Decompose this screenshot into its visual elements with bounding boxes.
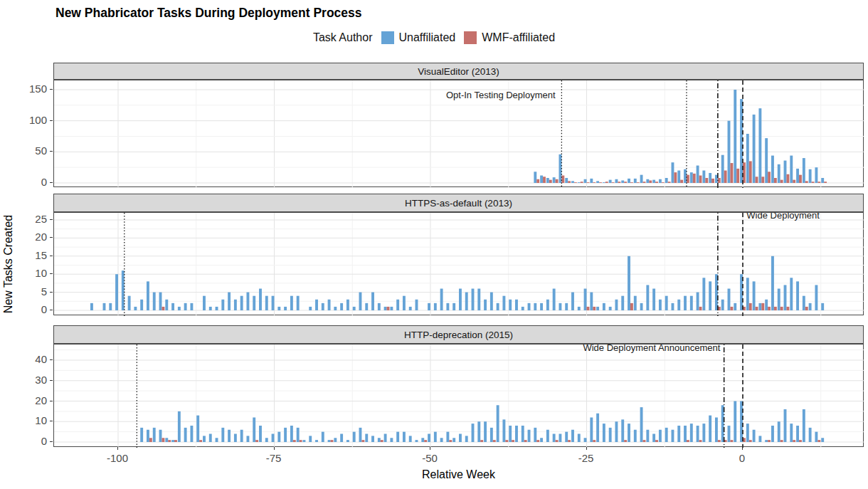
bar-wmf-affiliated bbox=[817, 182, 820, 183]
bar-unaffiliated bbox=[590, 418, 593, 443]
y-tick-label: 50 bbox=[17, 144, 47, 157]
bar-unaffiliated bbox=[758, 436, 761, 442]
facet-strip-label: VisualEditor (2013) bbox=[418, 66, 499, 77]
bar-unaffiliated bbox=[315, 300, 318, 310]
bar-unaffiliated bbox=[640, 175, 643, 183]
bar-unaffiliated bbox=[171, 303, 174, 310]
bar-unaffiliated bbox=[778, 421, 780, 442]
bar-unaffiliated bbox=[340, 434, 343, 443]
x-tick-mark bbox=[117, 447, 118, 450]
bar-unaffiliated bbox=[790, 278, 793, 310]
bar-unaffiliated bbox=[128, 296, 131, 310]
y-tick-label: 15 bbox=[17, 249, 47, 261]
bar-unaffiliated bbox=[309, 436, 312, 442]
y-tick-label: 100 bbox=[17, 114, 47, 126]
bar-unaffiliated bbox=[534, 172, 536, 183]
bar-unaffiliated bbox=[472, 424, 475, 442]
bar-unaffiliated bbox=[546, 300, 549, 310]
facet-strip-visualeditor: VisualEditor (2013) bbox=[53, 63, 864, 80]
bar-wmf-affiliated bbox=[687, 440, 689, 442]
bar-unaffiliated bbox=[384, 434, 387, 443]
bar-unaffiliated bbox=[328, 300, 331, 310]
bar-wmf-affiliated bbox=[805, 307, 808, 310]
bar-unaffiliated bbox=[253, 418, 255, 443]
bar-unaffiliated bbox=[765, 300, 768, 310]
bar-wmf-affiliated bbox=[812, 182, 815, 183]
bar-wmf-affiliated bbox=[674, 172, 677, 183]
x-tick-label: -50 bbox=[412, 452, 448, 464]
bar-unaffiliated bbox=[621, 419, 624, 442]
bar-unaffiliated bbox=[659, 300, 662, 310]
bar-unaffiliated bbox=[378, 438, 381, 442]
bar-unaffiliated bbox=[565, 303, 568, 310]
bar-unaffiliated bbox=[452, 438, 455, 442]
bar-unaffiliated bbox=[416, 440, 418, 442]
bar-unaffiliated bbox=[216, 307, 218, 310]
bar-unaffiliated bbox=[640, 303, 643, 310]
bar-unaffiliated bbox=[265, 296, 268, 310]
y-tick-label: 10 bbox=[17, 414, 47, 426]
bar-unaffiliated bbox=[290, 426, 293, 442]
bar-wmf-affiliated bbox=[361, 440, 364, 442]
bar-wmf-affiliated bbox=[331, 440, 334, 442]
bar-wmf-affiliated bbox=[730, 163, 733, 183]
bar-unaffiliated bbox=[753, 115, 756, 183]
bar-unaffiliated bbox=[690, 172, 693, 183]
y-tick-mark bbox=[50, 182, 53, 183]
y-tick-mark bbox=[50, 292, 53, 293]
bar-unaffiliated bbox=[677, 426, 680, 442]
bar-unaffiliated bbox=[815, 432, 817, 442]
x-tick-mark bbox=[274, 447, 275, 450]
bar-unaffiliated bbox=[115, 274, 118, 310]
bar-unaffiliated bbox=[540, 176, 543, 183]
bar-wmf-affiliated bbox=[168, 440, 171, 442]
bar-wmf-affiliated bbox=[687, 175, 689, 183]
bar-unaffiliated bbox=[259, 426, 262, 442]
y-tick-label: 40 bbox=[17, 353, 47, 365]
bar-unaffiliated bbox=[646, 285, 649, 310]
bar-wmf-affiliated bbox=[780, 307, 783, 310]
bar-unaffiliated bbox=[734, 90, 736, 183]
bar-unaffiliated bbox=[702, 171, 705, 183]
y-tick-mark bbox=[50, 256, 53, 256]
y-tick-label: 30 bbox=[17, 374, 47, 386]
bar-unaffiliated bbox=[784, 409, 787, 442]
bar-unaffiliated bbox=[284, 307, 287, 310]
bar-unaffiliated bbox=[315, 440, 318, 442]
bar-unaffiliated bbox=[697, 166, 699, 183]
bar-unaffiliated bbox=[334, 438, 337, 442]
facet-panel-https-default: Wide Deployment bbox=[53, 212, 864, 315]
bar-unaffiliated bbox=[740, 401, 743, 443]
bar-unaffiliated bbox=[746, 424, 749, 442]
bar-unaffiliated bbox=[578, 182, 581, 183]
bar-unaffiliated bbox=[346, 300, 349, 310]
bar-wmf-affiliated bbox=[711, 179, 714, 183]
bar-unaffiliated bbox=[265, 438, 268, 442]
bar-unaffiliated bbox=[390, 307, 393, 310]
bar-wmf-affiliated bbox=[799, 175, 802, 183]
bar-unaffiliated bbox=[746, 278, 749, 310]
legend-label-unaffiliated: Unaffiliated bbox=[399, 31, 456, 44]
bar-unaffiliated bbox=[646, 430, 649, 442]
bar-unaffiliated bbox=[815, 167, 817, 183]
bar-unaffiliated bbox=[565, 178, 568, 183]
bar-unaffiliated bbox=[297, 296, 300, 310]
bar-unaffiliated bbox=[178, 411, 181, 442]
facet-plot-1: Wide Deployment bbox=[54, 213, 864, 316]
bar-unaffiliated bbox=[796, 281, 799, 310]
bar-unaffiliated bbox=[790, 424, 793, 442]
bar-wmf-affiliated bbox=[536, 179, 539, 183]
bar-unaffiliated bbox=[221, 428, 224, 442]
bar-unaffiliated bbox=[340, 303, 343, 310]
bar-wmf-affiliated bbox=[512, 440, 514, 442]
bar-unaffiliated bbox=[122, 270, 125, 310]
bar-wmf-affiliated bbox=[568, 181, 571, 183]
legend-title: Task Author bbox=[313, 31, 373, 44]
bar-unaffiliated bbox=[753, 430, 756, 442]
bar-wmf-affiliated bbox=[655, 440, 658, 442]
bar-wmf-affiliated bbox=[630, 182, 633, 183]
legend-item-unaffiliated: Unaffiliated bbox=[381, 31, 456, 44]
x-tick-mark bbox=[430, 447, 430, 450]
bar-unaffiliated bbox=[522, 307, 524, 310]
bar-unaffiliated bbox=[615, 179, 618, 183]
